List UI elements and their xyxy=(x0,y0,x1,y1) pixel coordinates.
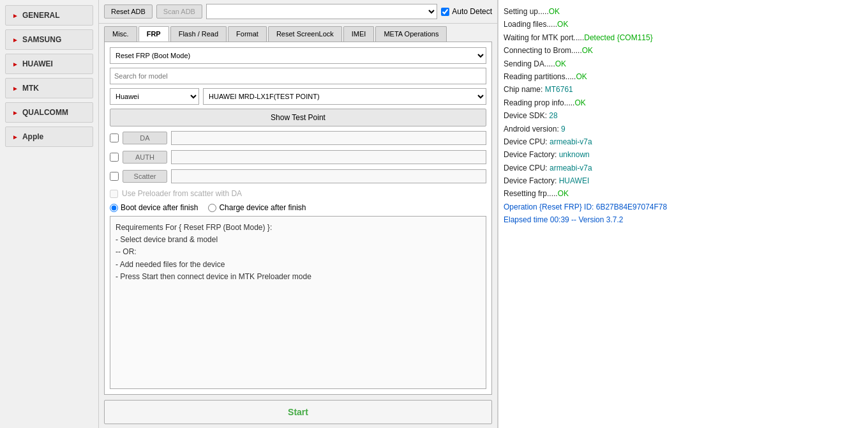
requirements-box: Requirements For { Reset FRP (Boot Mode)… xyxy=(110,216,486,389)
log-line: Resetting frp.....OK xyxy=(504,187,863,200)
log-line: Device CPU: armeabi-v7a xyxy=(504,162,863,174)
tab-meta-operations[interactable]: META Operations xyxy=(375,26,447,42)
log-line: Reading partitions.....OK xyxy=(504,70,863,83)
radio-row: Boot device after finish Charge device a… xyxy=(110,203,486,212)
req-line-3: - Add needed files for the device xyxy=(116,259,481,271)
tab-format[interactable]: Format xyxy=(228,26,267,42)
log-line: Connecting to Brom.....OK xyxy=(504,44,863,57)
log-line: Device Factory: HUAWEI xyxy=(504,174,863,187)
preloader-row: Use Preloader from scatter with DA xyxy=(110,189,486,198)
log-panel: Setting up.....OKLoading files.....OKWai… xyxy=(498,0,868,428)
charge-after-text: Charge device after finish xyxy=(219,203,306,212)
sidebar-item-samsung[interactable]: ► SAMSUNG xyxy=(5,29,93,50)
reset-adb-button[interactable]: Reset ADB xyxy=(104,4,153,19)
log-line: Android version: 9 xyxy=(504,123,863,135)
log-line: Operation {Reset FRP} ID: 6B27B84E97074F… xyxy=(504,201,863,213)
frp-content: Reset FRP (Boot Mode) Reset FRP (Fastboo… xyxy=(104,42,492,395)
start-button[interactable]: Start xyxy=(104,400,492,424)
log-line: Waiting for MTK port.....Detected {COM11… xyxy=(504,31,863,44)
tab-reset-screenlock[interactable]: Reset ScreenLock xyxy=(268,26,342,42)
tab-bar: Misc. FRP Flash / Read Format Reset Scre… xyxy=(99,24,497,42)
charge-after-label[interactable]: Charge device after finish xyxy=(208,203,306,212)
brand-model-row: Huawei Samsung Xiaomi Oppo Vivo HUAWEI M… xyxy=(110,88,486,105)
port-select[interactable] xyxy=(206,4,437,19)
auto-detect-label: Auto Detect xyxy=(441,7,492,16)
chevron-right-icon: ► xyxy=(12,85,19,92)
sidebar-item-qualcomm[interactable]: ► QUALCOMM xyxy=(5,102,93,123)
log-line: Elapsed time 00:39 -- Version 3.7.2 xyxy=(504,213,863,226)
sidebar-item-label: MTK xyxy=(22,84,39,93)
requirements-title: Requirements For { Reset FRP (Boot Mode)… xyxy=(116,222,481,234)
auto-detect-text: Auto Detect xyxy=(452,7,492,16)
main-panel: Reset ADB Scan ADB Auto Detect Misc. FRP… xyxy=(99,0,498,428)
req-line-1: - Select device brand & model xyxy=(116,234,481,246)
req-line-2: -- OR: xyxy=(116,246,481,258)
sidebar-item-label: Apple xyxy=(22,132,43,141)
show-test-point-button[interactable]: Show Test Point xyxy=(110,109,486,126)
da-button[interactable]: DA xyxy=(123,132,167,144)
sidebar-item-mtk[interactable]: ► MTK xyxy=(5,78,93,98)
req-line-4: - Press Start then connect device in MTK… xyxy=(116,271,481,283)
scatter-button[interactable]: Scatter xyxy=(123,170,167,183)
preloader-label: Use Preloader from scatter with DA xyxy=(122,189,242,198)
sidebar-item-label: QUALCOMM xyxy=(22,108,68,117)
sidebar-item-general[interactable]: ► GENERAL xyxy=(5,5,93,26)
tab-frp[interactable]: FRP xyxy=(138,26,169,42)
log-line: Device SDK: 28 xyxy=(504,109,863,122)
sidebar-item-label: HUAWEI xyxy=(22,59,53,68)
preloader-checkbox[interactable] xyxy=(110,190,118,198)
da-row: DA xyxy=(110,131,486,145)
boot-after-radio[interactable] xyxy=(110,204,118,212)
scatter-checkbox[interactable] xyxy=(110,172,119,181)
chevron-right-icon: ► xyxy=(12,61,19,68)
log-line: Reading prop info.....OK xyxy=(504,96,863,109)
scan-adb-button[interactable]: Scan ADB xyxy=(156,4,202,19)
scatter-row: Scatter xyxy=(110,169,486,183)
chevron-right-icon: ► xyxy=(12,134,19,141)
log-line: Device Factory: unknown xyxy=(504,148,863,161)
model-select[interactable]: HUAWEI MRD-LX1F(TEST POINT) xyxy=(203,88,486,105)
auth-checkbox[interactable] xyxy=(110,153,119,162)
log-line: Sending DA.....OK xyxy=(504,57,863,70)
model-search-input[interactable] xyxy=(110,68,486,84)
da-file-input[interactable] xyxy=(171,131,486,145)
tab-imei[interactable]: IMEI xyxy=(343,26,375,42)
da-checkbox[interactable] xyxy=(110,134,119,142)
chevron-right-icon: ► xyxy=(12,109,19,116)
auth-button[interactable]: AUTH xyxy=(123,151,167,164)
chevron-right-icon: ► xyxy=(12,36,19,43)
auth-row: AUTH xyxy=(110,150,486,164)
log-line: Loading files.....OK xyxy=(504,18,863,31)
sidebar: ► GENERAL ► SAMSUNG ► HUAWEI ► MTK ► QUA… xyxy=(0,0,99,428)
charge-after-radio[interactable] xyxy=(208,204,216,212)
tab-flash-read[interactable]: Flash / Read xyxy=(170,26,227,42)
boot-after-text: Boot device after finish xyxy=(121,203,198,212)
log-line: Device CPU: armeabi-v7a xyxy=(504,135,863,148)
topbar: Reset ADB Scan ADB Auto Detect xyxy=(99,0,497,24)
start-btn-wrap: Start xyxy=(99,397,497,428)
auto-detect-checkbox[interactable] xyxy=(441,8,449,16)
boot-after-label[interactable]: Boot device after finish xyxy=(110,203,198,212)
scatter-file-input[interactable] xyxy=(171,169,486,183)
sidebar-item-label: SAMSUNG xyxy=(22,35,61,44)
sidebar-item-label: GENERAL xyxy=(22,11,60,20)
chevron-right-icon: ► xyxy=(12,12,19,19)
brand-select[interactable]: Huawei Samsung Xiaomi Oppo Vivo xyxy=(110,88,199,105)
log-line: Setting up.....OK xyxy=(504,5,863,18)
mode-select[interactable]: Reset FRP (Boot Mode) Reset FRP (Fastboo… xyxy=(110,47,486,64)
tab-misc[interactable]: Misc. xyxy=(104,26,137,42)
mode-select-row: Reset FRP (Boot Mode) Reset FRP (Fastboo… xyxy=(110,47,486,64)
sidebar-item-huawei[interactable]: ► HUAWEI xyxy=(5,54,93,74)
sidebar-item-apple[interactable]: ► Apple xyxy=(5,126,93,147)
log-line: Chip name: MT6761 xyxy=(504,83,863,96)
auth-file-input[interactable] xyxy=(171,150,486,164)
